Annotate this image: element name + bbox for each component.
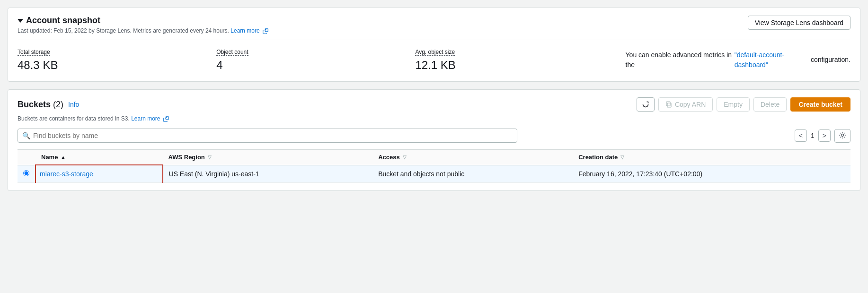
snapshot-metrics: Total storage 48.3 KB Object count 4 Avg… <box>18 40 850 72</box>
row-checkbox-cell <box>18 165 35 182</box>
table-body: miarec-s3-storage US East (N. Virginia) … <box>18 165 850 182</box>
collapse-triangle-icon <box>18 19 23 23</box>
buckets-table: Name AWS Region Access <box>18 149 850 183</box>
pagination-row: < 1 > <box>795 129 850 143</box>
empty-button[interactable]: Empty <box>717 97 750 112</box>
aws-region-column-header[interactable]: AWS Region <box>163 150 373 165</box>
svg-point-4 <box>841 134 844 136</box>
table-header: Name AWS Region Access <box>18 150 850 165</box>
avg-object-size-metric: Avg. object size 12.1 KB <box>415 48 614 72</box>
buckets-info-link[interactable]: Info <box>68 101 79 108</box>
external-link-icon <box>263 28 268 34</box>
svg-rect-0 <box>265 29 268 32</box>
view-storage-lens-dashboard-button[interactable]: View Storage Lens dashboard <box>748 16 850 30</box>
snapshot-subtitle: Last updated: Feb 15, 2022 by Storage Le… <box>18 27 268 34</box>
table-row: miarec-s3-storage US East (N. Virginia) … <box>18 165 850 182</box>
create-bucket-button[interactable]: Create bucket <box>790 97 850 112</box>
gear-icon <box>839 131 846 139</box>
advanced-metrics-info: You can enable advanced metrics in the "… <box>614 48 850 72</box>
search-row: 🔍 < 1 > <box>18 129 850 143</box>
row-radio-button[interactable] <box>23 170 29 176</box>
svg-rect-1 <box>667 103 671 107</box>
bucket-region-cell: US East (N. Virginia) us-east-1 <box>163 165 373 182</box>
svg-rect-2 <box>666 102 670 106</box>
search-icon: 🔍 <box>22 132 30 139</box>
object-count-metric: Object count 4 <box>216 48 415 72</box>
copy-arn-button[interactable]: Copy ARN <box>658 97 713 112</box>
name-column-header[interactable]: Name <box>35 150 163 165</box>
buckets-header: Buckets (2) Info Copy ARN <box>18 97 850 112</box>
snapshot-title-group: Account snapshot Last updated: Feb 15, 2… <box>18 16 268 34</box>
buckets-heading: Buckets (2) <box>18 100 63 110</box>
external-link-icon-buckets <box>163 116 169 122</box>
refresh-icon <box>642 101 649 108</box>
snapshot-title: Account snapshot <box>18 16 268 26</box>
refresh-button[interactable] <box>637 97 655 112</box>
snapshot-header: Account snapshot Last updated: Feb 15, 2… <box>18 16 850 34</box>
search-input[interactable] <box>18 129 517 143</box>
buckets-actions: Copy ARN Empty Delete Create bucket <box>637 97 850 112</box>
buckets-learn-more-link[interactable]: Learn more <box>131 115 169 122</box>
checkbox-column-header <box>18 150 35 165</box>
bucket-creation-date-cell: February 16, 2022, 17:23:40 (UTC+02:00) <box>573 165 850 182</box>
search-wrapper: 🔍 <box>18 129 517 143</box>
table-settings-button[interactable] <box>834 129 850 143</box>
bucket-name-link[interactable]: miarec-s3-storage <box>40 170 93 178</box>
copy-icon <box>665 101 672 108</box>
account-snapshot-panel: Account snapshot Last updated: Feb 15, 2… <box>8 8 860 82</box>
bucket-access-cell: Bucket and objects not public <box>372 165 573 182</box>
delete-button[interactable]: Delete <box>753 97 787 112</box>
next-page-button[interactable]: > <box>818 129 831 142</box>
previous-page-button[interactable]: < <box>795 129 807 142</box>
buckets-panel: Buckets (2) Info Copy ARN <box>8 89 860 191</box>
buckets-subtitle: Buckets are containers for data stored i… <box>18 115 850 122</box>
learn-more-link[interactable]: Learn more <box>230 27 268 34</box>
total-storage-metric: Total storage 48.3 KB <box>18 48 216 72</box>
bucket-name-cell: miarec-s3-storage <box>35 165 163 182</box>
access-column-header[interactable]: Access <box>372 150 573 165</box>
current-page-number: 1 <box>811 132 815 139</box>
default-account-dashboard-link[interactable]: "default-account-dashboard" <box>735 50 811 70</box>
svg-rect-3 <box>166 117 168 120</box>
creation-date-column-header[interactable]: Creation date <box>573 150 850 165</box>
buckets-title-group: Buckets (2) Info <box>18 100 79 110</box>
